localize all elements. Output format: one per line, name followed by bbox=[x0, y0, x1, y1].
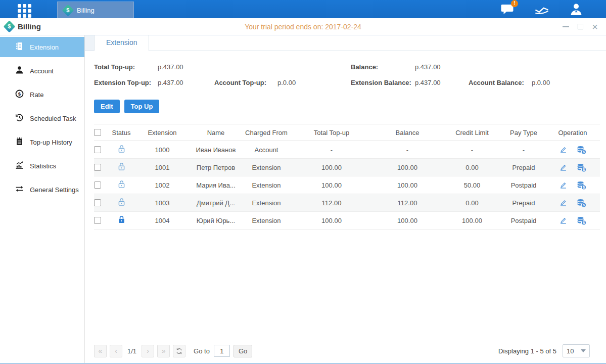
total-topup-value: p.437.00 bbox=[158, 63, 183, 71]
top-up-button[interactable]: Top Up bbox=[124, 100, 160, 113]
sidebar-item-general-settings[interactable]: General Settings bbox=[0, 179, 84, 200]
sidebar-item-extension[interactable]: Extension bbox=[0, 37, 84, 57]
app-launcher-icon[interactable] bbox=[18, 4, 31, 18]
pay-type-cell: Prepaid bbox=[501, 164, 546, 171]
notebook-icon bbox=[15, 137, 24, 147]
displaying-text: Displaying 1 - 5 of 5 bbox=[498, 347, 556, 355]
total-topup-cell: - bbox=[291, 146, 372, 154]
column-header-pay-type: Pay Type bbox=[501, 129, 546, 136]
table-row: 1001 Петр Петров Extension 100.00 100.00… bbox=[94, 159, 600, 176]
lock-open-icon[interactable] bbox=[117, 198, 126, 206]
account-balance-value: p.0.00 bbox=[532, 79, 550, 86]
pay-type-cell: Prepaid bbox=[501, 199, 546, 207]
name-cell: Дмитрий Д... bbox=[190, 199, 242, 207]
extension-balance-label: Extension Balance: bbox=[351, 79, 411, 86]
first-page-button[interactable]: « bbox=[94, 345, 107, 357]
row-checkbox[interactable] bbox=[94, 181, 101, 189]
clock-history-icon bbox=[15, 113, 24, 123]
next-page-button[interactable]: › bbox=[142, 345, 154, 357]
topup-icon[interactable]: $ bbox=[577, 216, 586, 225]
topup-icon[interactable]: $ bbox=[577, 146, 586, 154]
page-size-select[interactable]: 10 bbox=[563, 344, 590, 357]
row-checkbox[interactable] bbox=[94, 199, 101, 206]
bar-chart-icon bbox=[15, 161, 24, 171]
maximize-button[interactable] bbox=[578, 24, 583, 29]
person-icon bbox=[15, 66, 24, 76]
lock-closed-icon[interactable] bbox=[117, 215, 126, 224]
minimize-button[interactable] bbox=[563, 26, 569, 27]
row-checkbox[interactable] bbox=[94, 217, 101, 224]
sidebar-item-account[interactable]: Account bbox=[0, 61, 84, 81]
column-header-extension: Extension bbox=[134, 129, 190, 136]
topup-icon[interactable]: $ bbox=[577, 163, 586, 172]
extension-cell: 1003 bbox=[134, 199, 190, 207]
edit-icon[interactable] bbox=[559, 181, 568, 189]
lock-open-icon[interactable] bbox=[117, 145, 126, 153]
extension-cell: 1002 bbox=[134, 181, 190, 189]
trial-notice: Your trial period ends on: 2017-02-24 bbox=[0, 23, 606, 31]
total-topup-cell: 112.00 bbox=[291, 199, 372, 207]
charged-from-cell: Extension bbox=[242, 181, 291, 189]
select-all-checkbox[interactable] bbox=[94, 129, 101, 136]
sidebar-item-top-up-history[interactable]: Top-up History bbox=[0, 132, 84, 152]
table-row: 1000 Иван Иванов Account - - - - $ bbox=[94, 141, 600, 159]
tab-extension[interactable]: Extension bbox=[94, 35, 149, 51]
edit-icon[interactable] bbox=[559, 146, 568, 154]
goto-label: Go to bbox=[194, 347, 210, 355]
chevron-down-icon bbox=[581, 349, 586, 352]
user-account-icon[interactable] bbox=[570, 3, 583, 15]
account-topup-value: p.0.00 bbox=[277, 79, 296, 86]
topup-icon[interactable]: $ bbox=[577, 181, 586, 190]
extension-table: StatusExtensionNameCharged FromTotal Top… bbox=[94, 124, 600, 230]
credit-limit-cell: 0.00 bbox=[443, 199, 501, 207]
goto-page-input[interactable] bbox=[214, 345, 230, 357]
extension-cell: 1000 bbox=[134, 146, 190, 154]
svg-text:$: $ bbox=[583, 186, 585, 190]
lock-open-icon[interactable] bbox=[117, 180, 126, 189]
sidebar-item-scheduled-task[interactable]: Scheduled Task bbox=[0, 108, 84, 128]
name-cell: Петр Петров bbox=[190, 164, 242, 171]
monitor-chart-icon[interactable] bbox=[534, 4, 549, 15]
edit-icon[interactable] bbox=[559, 199, 568, 207]
table-row: 1003 Дмитрий Д... Extension 112.00 112.0… bbox=[94, 194, 600, 212]
row-checkbox[interactable] bbox=[94, 146, 101, 153]
table-row: 1002 Мария Ива... Extension 100.00 100.0… bbox=[94, 176, 600, 194]
refresh-icon[interactable] bbox=[173, 345, 185, 357]
charged-from-cell: Extension bbox=[242, 217, 291, 224]
topup-icon[interactable]: $ bbox=[577, 199, 586, 207]
prev-page-button[interactable]: ‹ bbox=[110, 345, 122, 357]
column-header-credit-limit: Credit Limit bbox=[443, 129, 501, 136]
name-cell: Юрий Юрь... bbox=[190, 217, 242, 224]
column-header-balance: Balance bbox=[372, 129, 443, 136]
sidebar-item-rate[interactable]: $ Rate bbox=[0, 84, 84, 105]
sliders-icon bbox=[15, 185, 24, 195]
taskbar-tab-billing[interactable]: $ Billing bbox=[57, 2, 134, 18]
balance-cell: 100.00 bbox=[372, 217, 443, 224]
window-titlebar: $ Billing Your trial period ends on: 201… bbox=[0, 18, 606, 35]
taskbar-tab-label: Billing bbox=[77, 7, 95, 14]
notifications-chat-icon[interactable]: ! bbox=[500, 3, 514, 15]
go-button[interactable]: Go bbox=[234, 345, 252, 357]
billing-app-icon: $ bbox=[62, 4, 74, 16]
sidebar-item-statistics[interactable]: Statistics bbox=[0, 156, 84, 176]
svg-text:$: $ bbox=[583, 221, 585, 225]
pagination-bar: « ‹ 1/1 › » Go to Go Displaying 1 - 5 of… bbox=[94, 340, 600, 362]
window-title: Billing bbox=[18, 22, 41, 31]
edit-button[interactable]: Edit bbox=[94, 100, 120, 113]
balance-label: Balance: bbox=[351, 63, 378, 71]
total-topup-cell: 100.00 bbox=[291, 164, 372, 171]
lock-open-icon[interactable] bbox=[117, 162, 126, 171]
credit-limit-cell: - bbox=[443, 146, 501, 154]
ledger-icon bbox=[15, 42, 24, 52]
edit-icon[interactable] bbox=[559, 163, 568, 171]
sidebar: Extension Account $ Rate Scheduled Task … bbox=[0, 35, 85, 363]
svg-text:$: $ bbox=[583, 203, 585, 207]
edit-icon[interactable] bbox=[559, 216, 568, 224]
last-page-button[interactable]: » bbox=[157, 345, 170, 357]
name-cell: Мария Ива... bbox=[190, 181, 242, 189]
page-size-value: 10 bbox=[567, 347, 574, 355]
row-checkbox[interactable] bbox=[94, 164, 101, 171]
close-button[interactable]: × bbox=[592, 22, 598, 32]
charged-from-cell: Extension bbox=[242, 199, 291, 207]
pay-type-cell: Postpaid bbox=[501, 181, 546, 189]
